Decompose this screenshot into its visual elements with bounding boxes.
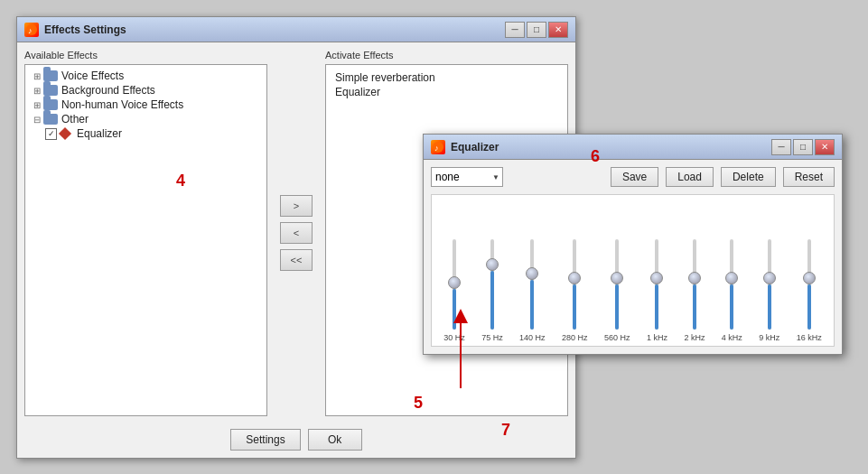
folder-icon-other [43, 114, 58, 125]
folder-icon-background [43, 85, 58, 96]
folder-icon-nonhuman [43, 99, 58, 110]
eq-band-2khz: 2 kHz [684, 239, 705, 342]
remove-effect-button[interactable]: < [280, 222, 313, 244]
eq-band-75hz: 75 Hz [481, 239, 503, 342]
maximize-button[interactable]: □ [527, 22, 546, 38]
eq-band-16khz: 16 kHz [797, 239, 822, 342]
slider-track-4khz[interactable] [724, 239, 739, 330]
eq-preset-wrapper: none bass boost treble boost flat [431, 167, 503, 187]
bottom-row: Settings Ok [24, 423, 568, 451]
activate-effects-label: Activate Effects [325, 50, 568, 60]
eq-titlebar: ♪ Equalizer ─ □ ✕ [424, 135, 842, 160]
voice-effects-label: Voice Effects [61, 70, 124, 82]
fill-4khz [730, 284, 733, 330]
thumb-16khz[interactable] [803, 272, 816, 284]
close-button[interactable]: ✕ [548, 22, 568, 38]
eq-titlebar-controls: ─ □ ✕ [771, 139, 835, 155]
equalizer-label: Equalizer [77, 127, 122, 140]
slider-track-30hz[interactable] [447, 239, 462, 330]
band-label-280hz: 280 Hz [562, 333, 588, 342]
add-effect-button[interactable]: > [280, 195, 313, 217]
expand-voice-effects[interactable]: ⊞ [31, 70, 43, 82]
eq-reset-button[interactable]: Reset [783, 167, 835, 187]
thumb-1khz[interactable] [650, 272, 663, 284]
equalizer-diamond-icon [59, 127, 71, 140]
fill-9khz [768, 284, 771, 330]
active-effect-equalizer[interactable]: Equalizer [331, 85, 562, 99]
step-number-7: 7 [501, 421, 510, 440]
eq-save-button[interactable]: Save [611, 167, 658, 187]
thumb-2khz[interactable] [688, 272, 701, 284]
fill-140hz [530, 280, 534, 330]
thumb-560hz[interactable] [611, 272, 623, 284]
band-label-9khz: 9 kHz [759, 333, 779, 342]
step-number-6: 6 [591, 147, 600, 166]
eq-load-button[interactable]: Load [666, 167, 714, 187]
slider-track-9khz[interactable] [762, 239, 777, 330]
thumb-75hz[interactable] [486, 258, 499, 271]
tree-item-nonhuman-effects[interactable]: ⊞ Non-human Voice Effects [29, 98, 263, 112]
expand-nonhuman-effects[interactable]: ⊞ [31, 98, 43, 111]
eq-content: none bass boost treble boost flat Save L… [424, 160, 842, 354]
ok-button[interactable]: Ok [308, 429, 362, 451]
equalizer-checkbox[interactable]: ✓ [45, 128, 57, 140]
eq-band-560hz: 560 Hz [604, 239, 630, 342]
folder-icon-voice [43, 70, 58, 81]
thumb-140hz[interactable] [526, 267, 538, 280]
tree-item-voice-effects[interactable]: ⊞ Voice Effects [29, 69, 263, 83]
slider-track-560hz[interactable] [610, 239, 624, 330]
fill-16khz [807, 284, 811, 330]
titlebar-controls: ─ □ ✕ [505, 22, 568, 38]
tree-item-background-effects[interactable]: ⊞ Background Effects [29, 83, 263, 98]
minimize-button[interactable]: ─ [505, 22, 525, 38]
fill-75hz [490, 271, 494, 330]
slider-track-280hz[interactable] [567, 239, 582, 330]
eq-window-title: Equalizer [451, 141, 771, 153]
eq-top-row: none bass boost treble boost flat Save L… [431, 167, 835, 187]
slider-track-1khz[interactable] [649, 239, 664, 330]
equalizer-window: ♪ Equalizer ─ □ ✕ none bass boost treble… [423, 134, 843, 355]
band-label-16khz: 16 kHz [797, 333, 822, 342]
eq-band-1khz: 1 kHz [647, 239, 667, 342]
eq-band-280hz: 280 Hz [562, 239, 588, 342]
band-label-75hz: 75 Hz [481, 333, 503, 342]
eq-maximize-button[interactable]: □ [793, 139, 813, 155]
thumb-280hz[interactable] [568, 272, 581, 284]
band-label-560hz: 560 Hz [604, 333, 630, 342]
slider-track-16khz[interactable] [802, 239, 817, 330]
other-label: Other [61, 113, 89, 125]
svg-text:♪: ♪ [434, 144, 439, 153]
step-number-5: 5 [414, 394, 423, 413]
active-effects-list: Simple reverberation Equalizer [330, 69, 564, 101]
slider-track-2khz[interactable] [687, 239, 702, 330]
tree-item-equalizer[interactable]: ✓ Equalizer [43, 126, 263, 141]
available-effects-box: ⊞ Voice Effects ⊞ Background Effects ⊞ [24, 64, 267, 416]
eq-band-140hz: 140 Hz [519, 239, 546, 342]
eq-preset-dropdown[interactable]: none bass boost treble boost flat [431, 167, 503, 187]
fill-560hz [615, 284, 619, 330]
nonhuman-effects-label: Non-human Voice Effects [61, 98, 183, 111]
settings-button[interactable]: Settings [230, 429, 300, 451]
band-label-4khz: 4 kHz [722, 333, 742, 342]
slider-track-75hz[interactable] [485, 239, 499, 330]
eq-band-4khz: 4 kHz [722, 239, 742, 342]
step-number-4: 4 [176, 172, 185, 191]
eq-minimize-button[interactable]: ─ [771, 139, 791, 155]
available-effects-panel: Available Effects ⊞ Voice Effects ⊞ Back… [24, 50, 267, 416]
thumb-9khz[interactable] [763, 272, 776, 284]
thumb-30hz[interactable] [448, 276, 461, 289]
active-effect-reverberation[interactable]: Simple reverberation [331, 70, 562, 85]
tree-item-other[interactable]: ⊟ Other [29, 112, 263, 126]
band-label-1khz: 1 kHz [647, 333, 667, 342]
band-label-140hz: 140 Hz [519, 333, 546, 342]
slider-track-140hz[interactable] [525, 239, 539, 330]
expand-other[interactable]: ⊟ [31, 113, 43, 125]
band-label-30hz: 30 Hz [443, 333, 465, 342]
thumb-4khz[interactable] [725, 272, 738, 284]
eq-close-button[interactable]: ✕ [815, 139, 835, 155]
remove-all-effects-button[interactable]: << [280, 249, 313, 271]
fill-280hz [573, 284, 576, 330]
eq-app-icon: ♪ [431, 140, 445, 154]
expand-background-effects[interactable]: ⊞ [31, 84, 43, 97]
eq-delete-button[interactable]: Delete [721, 167, 776, 187]
